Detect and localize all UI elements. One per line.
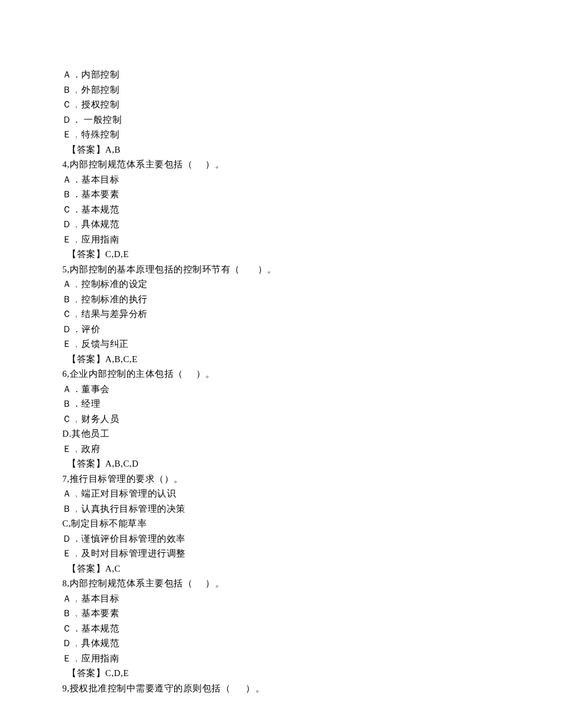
text-line: Ｄ﹐具体规范 [62,636,507,651]
text-line: Ａ﹐端正对目标管理的认识 [62,486,507,501]
text-line: Ａ．内部控制 [62,67,507,82]
text-line: Ｂ﹐基本要素 [62,606,507,621]
text-line: Ｅ﹐特殊控制 [62,127,507,142]
text-line: Ｄ﹐具体规范 [62,217,507,232]
text-line: Ｃ．基本规范 [62,202,507,217]
text-line: Ｂ﹐外部控制 [62,82,507,98]
question-stem: 9,授权批准控制中需要遵守的原则包括（ ）。 [62,681,507,696]
question-stem: 8,内部控制规范体系主要包括（ ）。 [62,576,507,591]
question-stem: 4,内部控制规范体系主要包括（ ）。 [62,157,507,172]
text-line: Ｅ﹐应用指南 [62,651,507,666]
answer-line: 【答案】A,B,C,D [62,456,507,471]
text-line: C,制定目标不能草率 [62,516,507,531]
question-stem: 7,推行目标管理的要求（）。 [62,471,507,487]
text-line: Ｃ﹐财务人员 [62,412,507,427]
text-line: Ｄ． 一般控制 [62,112,507,128]
text-line: Ｅ﹐及时对目标管理进行调整 [62,546,507,561]
text-line: Ｅ﹐应用指南 [62,232,507,247]
text-line: Ａ﹐控制标准的设定 [62,277,507,292]
text-line: Ｂ﹐认真执行目标管理的决策 [62,501,507,517]
question-stem: 5,内部控制的基本原理包括的控制环节有（ ）。 [62,262,507,277]
text-line: Ｂ．经理 [62,396,507,412]
text-line: Ａ．董事会 [62,382,507,397]
question-stem: 6,企业内部控制的主体包括（ ）。 [62,366,507,382]
text-line: Ｄ．评价 [62,322,507,337]
text-line: D.其他员工 [62,426,507,442]
text-line: Ｂ﹐控制标准的执行 [62,292,507,307]
text-line: Ｃ﹐结果与差异分析 [62,307,507,322]
document-page: Ａ．内部控制 Ｂ﹐外部控制 Ｃ﹐授权控制 Ｄ． 一般控制 Ｅ﹐特殊控制 【答案】… [0,0,562,728]
text-line: Ａ﹐基本目标 [62,591,507,606]
text-line: Ｃ．基本规范 [62,621,507,636]
text-line: Ｄ．谨慎评价目标管理的效率 [62,531,507,547]
text-line: Ｃ﹐授权控制 [62,97,507,112]
answer-line: 【答案】C,D,E [62,666,507,681]
text-line: Ｂ．基本要素 [62,187,507,202]
text-line: Ｅ﹐反馈与纠正 [62,337,507,352]
text-line: Ａ．基本目标 [62,172,507,187]
answer-line: 【答案】A,B [62,142,507,158]
answer-line: 【答案】C,D,E [62,247,507,262]
text-line: Ｅ﹐政府 [62,442,507,457]
answer-line: 【答案】A,C [62,561,507,577]
answer-line: 【答案】A,B,C,E [62,352,507,367]
